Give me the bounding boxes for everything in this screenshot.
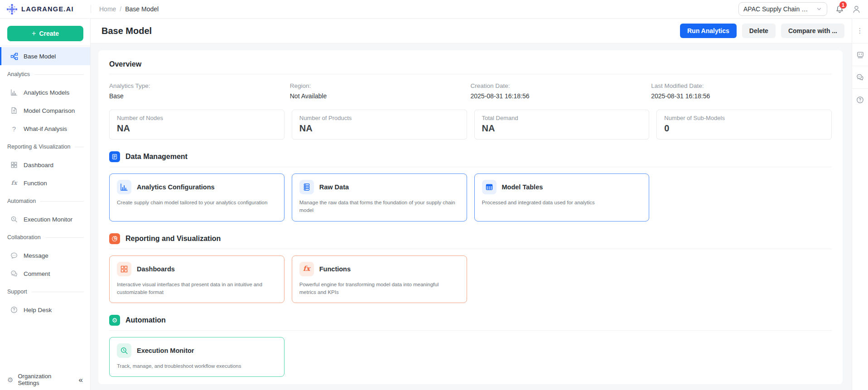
magnifier-icon	[117, 343, 131, 358]
help-panel-button[interactable]	[852, 89, 868, 111]
card-analytics-configurations[interactable]: Analytics Configurations Create supply c…	[109, 173, 285, 221]
stats-row: Number of Nodes NA Number of Products NA…	[109, 110, 832, 140]
field-analytics-type: Analytics Type: Base	[109, 82, 290, 100]
sidebar-section-support: Support	[0, 283, 90, 301]
page-title: Base Model	[101, 26, 152, 36]
sidebar-item-function[interactable]: fx Function	[0, 174, 90, 192]
card-dashboards[interactable]: Dashboards Interactive visual interfaces…	[109, 255, 285, 303]
org-chart-icon	[10, 52, 18, 60]
collapse-sidebar-icon[interactable]: «	[79, 376, 83, 384]
breadcrumb-separator: /	[120, 5, 121, 13]
sidebar-item-execution-monitor[interactable]: Execution Monitor	[0, 210, 90, 228]
sidebar-item-dashboard[interactable]: Dashboard	[0, 156, 90, 174]
workspace-select[interactable]: APAC Supply Chain Net...	[738, 2, 827, 16]
topbar: LAGRANGE.AI Home / Base Model APAC Suppl…	[0, 0, 868, 19]
stat-number-of-sub-models: Number of Sub-Models 0	[656, 110, 832, 140]
create-button[interactable]: + Create	[7, 26, 83, 41]
sidebar: + Create Base Model Analytics Analytics …	[0, 19, 91, 390]
overview-panel: Overview Analytics Type: Base Region: No…	[98, 50, 843, 384]
sidebar-item-what-if-analysis[interactable]: ? What-if Analysis	[0, 120, 90, 138]
magnifier-icon	[10, 215, 18, 223]
section-automation: ⚙ Automation Execution Monitor Track, ma…	[109, 315, 832, 377]
breadcrumb-home[interactable]: Home	[99, 5, 116, 13]
compare-with-button[interactable]: Compare with ...	[781, 24, 844, 38]
card-model-tables[interactable]: Model Tables Processed and integrated da…	[474, 173, 650, 221]
field-creation-date: Creation Date: 2025-08-31 16:18:56	[471, 82, 651, 100]
more-vertical-icon: ⋮	[857, 27, 864, 35]
sidebar-section-analytics: Analytics	[0, 65, 90, 83]
assistant-bot-button[interactable]	[852, 43, 868, 66]
overview-fields: Analytics Type: Base Region: Not Availab…	[109, 82, 832, 100]
sidebar-section-collaboration: Collaboration	[0, 228, 90, 246]
table-icon	[482, 180, 497, 194]
breadcrumb-current: Base Model	[125, 5, 159, 13]
field-region: Region: Not Available	[290, 82, 471, 100]
stat-number-of-nodes: Number of Nodes NA	[109, 110, 285, 140]
sidebar-item-help-desk[interactable]: Help Desk	[0, 301, 90, 319]
user-icon	[852, 5, 861, 14]
sidebar-section-automation: Automation	[0, 192, 90, 210]
organization-settings-button[interactable]: ⚙ Organization Settings «	[0, 369, 90, 390]
bar-chart-icon	[10, 88, 18, 96]
question-icon: ?	[10, 125, 18, 133]
comment-bubbles-icon	[856, 73, 864, 81]
robot-icon	[856, 51, 864, 59]
gear-icon: ⚙	[7, 376, 13, 383]
field-last-modified-date: Last Modified Date: 2025-08-31 16:18:56	[651, 82, 832, 100]
chevron-down-icon	[816, 6, 822, 12]
card-execution-monitor[interactable]: Execution Monitor Track, manage, and tro…	[109, 337, 285, 377]
delete-button[interactable]: Delete	[742, 24, 776, 38]
gear-icon: ⚙	[109, 315, 120, 326]
user-menu-button[interactable]	[852, 5, 861, 14]
grid-icon	[10, 161, 18, 169]
comment-bubbles-icon	[10, 270, 18, 278]
card-raw-data[interactable]: Raw Data Manage the raw data that forms …	[292, 173, 467, 221]
stat-number-of-products: Number of Products NA	[292, 110, 467, 140]
run-analytics-button[interactable]: Run Analytics	[680, 24, 737, 38]
notification-badge: 1	[839, 1, 847, 9]
logo-text: LAGRANGE.AI	[21, 5, 74, 13]
overview-title: Overview	[109, 60, 832, 68]
document-compare-icon	[10, 106, 18, 115]
main-area: Base Model Run Analytics Delete Compare …	[91, 19, 852, 390]
bar-chart-icon	[117, 180, 131, 194]
page-header: Base Model Run Analytics Delete Compare …	[91, 19, 852, 43]
sidebar-item-message[interactable]: Message	[0, 246, 90, 265]
database-icon	[299, 180, 314, 194]
data-management-icon	[109, 151, 120, 162]
section-data-management: Data Management Analytics Configurations…	[109, 151, 832, 221]
content-area: Overview Analytics Type: Base Region: No…	[91, 43, 852, 390]
message-bubble-icon	[10, 251, 18, 260]
workspace-select-value: APAC Supply Chain Net...	[743, 5, 812, 13]
pie-chart-icon	[109, 233, 120, 244]
more-actions-button[interactable]: ⋮	[852, 19, 868, 43]
logo[interactable]: LAGRANGE.AI	[0, 4, 91, 15]
fx-icon: fx	[10, 179, 18, 187]
notifications-button[interactable]: 1	[835, 5, 844, 14]
help-circle-icon	[856, 96, 864, 104]
right-rail: ⋮	[852, 19, 868, 390]
sidebar-section-reporting: Reporting & Visualization	[0, 138, 90, 156]
fx-icon: fx	[299, 262, 314, 276]
plus-icon: +	[32, 30, 36, 37]
grid-icon	[117, 262, 131, 276]
sidebar-item-analytics-models[interactable]: Analytics Models	[0, 83, 90, 101]
sidebar-item-comment[interactable]: Comment	[0, 265, 90, 283]
card-functions[interactable]: fx Functions Powerful engine for transfo…	[292, 255, 467, 303]
comments-panel-button[interactable]	[852, 66, 868, 88]
logo-icon	[6, 4, 18, 15]
stat-total-demand: Total Demand NA	[474, 110, 650, 140]
sidebar-item-model-comparison[interactable]: Model Comparison	[0, 101, 90, 120]
section-reporting-visualization: Reporting and Visualization Dashboards I…	[109, 233, 832, 303]
breadcrumb: Home / Base Model	[91, 5, 159, 13]
help-circle-icon	[10, 306, 18, 314]
sidebar-item-base-model[interactable]: Base Model	[0, 47, 90, 65]
